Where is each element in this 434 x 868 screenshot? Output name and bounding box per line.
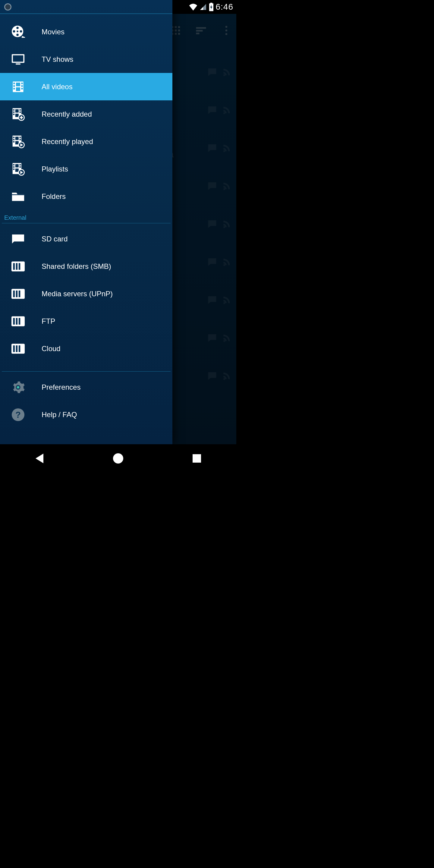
svg-rect-36 bbox=[20, 138, 21, 140]
drawer-item-recently-played[interactable]: Recently played bbox=[0, 128, 173, 155]
home-button[interactable] bbox=[111, 451, 125, 466]
drawer-item-label: Media servers (UPnP) bbox=[41, 290, 113, 298]
drawer-item-label: Playlists bbox=[41, 165, 68, 173]
drawer-item-label: Shared folders (SMB) bbox=[41, 262, 111, 271]
drawer-item-tvshows[interactable]: TV shows bbox=[0, 45, 173, 73]
film-play-icon bbox=[11, 162, 25, 176]
film-play-icon bbox=[11, 134, 25, 149]
svg-point-7 bbox=[16, 33, 19, 36]
drawer-item-label: Recently played bbox=[41, 137, 93, 146]
drawer-item-label: Help / FAQ bbox=[41, 410, 77, 419]
svg-rect-38 bbox=[16, 141, 19, 144]
svg-rect-61 bbox=[13, 318, 15, 324]
svg-rect-55 bbox=[19, 263, 21, 270]
film-reel-icon bbox=[11, 25, 25, 39]
server-icon bbox=[11, 314, 25, 329]
drawer-item-movies[interactable]: Movies bbox=[0, 18, 173, 45]
drawer-item-ftp[interactable]: FTP bbox=[0, 307, 173, 335]
svg-point-4 bbox=[16, 27, 19, 29]
drawer-item-label: SD card bbox=[41, 235, 68, 243]
svg-rect-72 bbox=[209, 3, 213, 11]
svg-point-5 bbox=[13, 30, 16, 33]
svg-rect-20 bbox=[16, 87, 20, 91]
svg-rect-19 bbox=[16, 83, 20, 86]
drawer-item-recently-added[interactable]: Recently added bbox=[0, 100, 173, 128]
svg-rect-13 bbox=[13, 83, 15, 84]
svg-rect-63 bbox=[19, 318, 21, 324]
svg-rect-46 bbox=[20, 166, 21, 167]
gear-icon bbox=[11, 380, 25, 395]
drawer-item-label: Folders bbox=[41, 192, 66, 201]
svg-rect-43 bbox=[13, 166, 15, 167]
svg-rect-48 bbox=[16, 168, 19, 172]
svg-rect-42 bbox=[13, 164, 15, 165]
back-button[interactable] bbox=[32, 451, 47, 466]
drawer-item-playlists[interactable]: Playlists bbox=[0, 155, 173, 183]
status-clock: 6:46 bbox=[216, 2, 234, 12]
svg-rect-51 bbox=[12, 194, 24, 195]
svg-rect-73 bbox=[210, 3, 212, 4]
drawer-item-folders[interactable]: Folders bbox=[0, 183, 173, 210]
battery-charging-icon bbox=[209, 3, 214, 11]
svg-rect-17 bbox=[22, 85, 23, 87]
drawer-item-help[interactable]: ? Help / FAQ bbox=[0, 401, 173, 428]
server-icon bbox=[11, 259, 25, 274]
svg-rect-28 bbox=[16, 114, 19, 117]
svg-rect-45 bbox=[20, 164, 21, 165]
svg-rect-26 bbox=[20, 111, 21, 113]
drawer-item-label: Preferences bbox=[41, 383, 81, 392]
svg-rect-27 bbox=[16, 109, 19, 113]
sdcard-icon bbox=[11, 232, 25, 246]
system-navigation-bar bbox=[0, 444, 236, 472]
svg-rect-14 bbox=[13, 85, 15, 87]
drawer-item-label: TV shows bbox=[41, 55, 73, 64]
divider bbox=[2, 371, 170, 372]
svg-rect-22 bbox=[13, 109, 15, 111]
server-icon bbox=[11, 287, 25, 301]
drawer-item-label: FTP bbox=[41, 317, 55, 326]
drawer-item-preferences[interactable]: Preferences bbox=[0, 373, 173, 401]
svg-rect-59 bbox=[19, 290, 21, 297]
svg-rect-37 bbox=[16, 136, 19, 140]
recents-button[interactable] bbox=[190, 451, 204, 466]
wifi-icon bbox=[189, 3, 198, 10]
film-strip-icon bbox=[11, 80, 25, 94]
svg-rect-35 bbox=[20, 136, 21, 138]
camera-notch bbox=[4, 3, 11, 10]
svg-rect-44 bbox=[13, 168, 15, 170]
drawer-item-upnp[interactable]: Media servers (UPnP) bbox=[0, 280, 173, 307]
svg-rect-67 bbox=[19, 345, 21, 352]
svg-text:?: ? bbox=[16, 410, 21, 419]
svg-rect-33 bbox=[13, 138, 15, 140]
svg-point-6 bbox=[20, 30, 22, 33]
server-icon bbox=[11, 341, 25, 356]
drawer-item-label: Cloud bbox=[41, 344, 61, 353]
svg-point-69 bbox=[17, 386, 19, 389]
drawer-item-all-videos[interactable]: All videos bbox=[0, 73, 173, 100]
svg-rect-47 bbox=[16, 164, 19, 167]
drawer-item-label: Recently added bbox=[41, 110, 92, 119]
svg-rect-34 bbox=[13, 141, 15, 143]
svg-rect-15 bbox=[13, 88, 15, 89]
svg-rect-23 bbox=[13, 111, 15, 113]
divider bbox=[2, 223, 170, 223]
drawer-item-smb[interactable]: Shared folders (SMB) bbox=[0, 253, 173, 280]
drawer-header bbox=[0, 0, 173, 14]
cell-signal-icon bbox=[199, 3, 207, 10]
svg-rect-66 bbox=[16, 345, 18, 352]
svg-rect-25 bbox=[20, 109, 21, 111]
svg-rect-16 bbox=[22, 83, 23, 84]
svg-rect-54 bbox=[16, 263, 18, 270]
svg-rect-32 bbox=[13, 136, 15, 138]
svg-rect-10 bbox=[13, 55, 24, 61]
svg-rect-57 bbox=[13, 290, 15, 297]
section-header-external: External bbox=[0, 210, 173, 223]
tv-icon bbox=[11, 52, 25, 67]
svg-rect-24 bbox=[13, 114, 15, 115]
film-add-icon bbox=[11, 107, 25, 121]
navigation-drawer: Movies TV shows All videos Recently adde… bbox=[0, 0, 173, 444]
drawer-item-sdcard[interactable]: SD card bbox=[0, 225, 173, 253]
svg-rect-11 bbox=[16, 63, 20, 64]
drawer-item-cloud[interactable]: Cloud bbox=[0, 335, 173, 362]
svg-rect-62 bbox=[16, 318, 18, 324]
